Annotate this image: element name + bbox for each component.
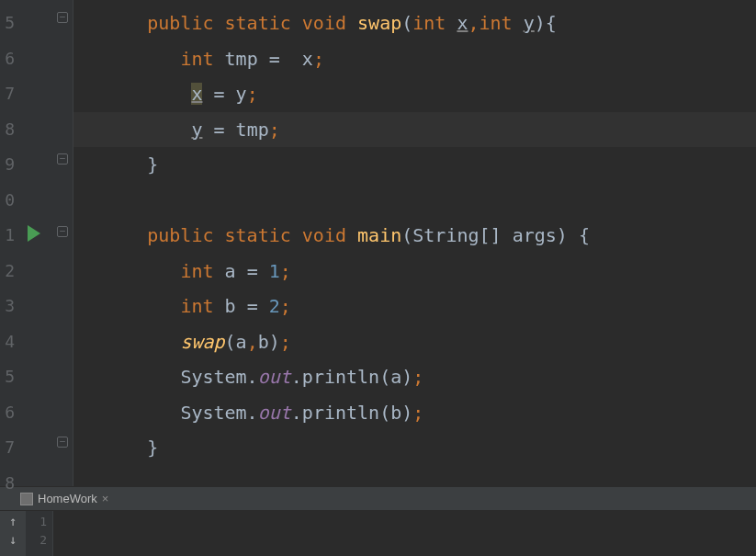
code-line[interactable] bbox=[73, 183, 756, 219]
code-line[interactable]: public static void main(String[] args) { bbox=[73, 218, 756, 254]
run-icon[interactable] bbox=[28, 225, 40, 242]
line-number: 4 bbox=[0, 324, 17, 360]
method-call: swap bbox=[180, 331, 224, 353]
fold-marker-icon[interactable] bbox=[57, 12, 68, 23]
arrow-up-icon[interactable]: ↑ bbox=[9, 515, 17, 528]
keyword: int bbox=[180, 295, 213, 317]
param: args bbox=[513, 224, 557, 246]
line-number: 7 bbox=[0, 76, 17, 112]
code-line[interactable]: int b = 2; bbox=[73, 289, 756, 324]
fold-gutter bbox=[53, 0, 73, 486]
code-line[interactable]: int a = 1; bbox=[73, 254, 756, 289]
brace: } bbox=[147, 437, 158, 459]
code-text: System. bbox=[180, 402, 257, 424]
method-name: swap bbox=[357, 12, 401, 34]
code-area[interactable]: public static void swap(int x,int y){ in… bbox=[73, 0, 756, 486]
keyword: public static void bbox=[147, 12, 346, 34]
keyword: int bbox=[480, 12, 513, 34]
type: String[] bbox=[412, 224, 501, 246]
field: out bbox=[258, 402, 291, 424]
console-area: ↑ ↓ 1 2 bbox=[0, 511, 756, 556]
line-number: 6 bbox=[0, 395, 17, 431]
line-number-gutter: 5 6 7 8 9 0 1 2 3 4 5 6 7 8 bbox=[0, 0, 17, 486]
code-line[interactable]: x = y; bbox=[73, 76, 756, 112]
number: 2 bbox=[269, 295, 280, 317]
code-text: a = bbox=[225, 260, 269, 282]
line-number: 2 bbox=[0, 254, 17, 289]
keyword: int bbox=[412, 12, 446, 34]
field: out bbox=[258, 366, 291, 388]
fold-marker-icon[interactable] bbox=[57, 153, 68, 165]
code-text: tmp = x bbox=[225, 48, 313, 70]
code-text: .println(a) bbox=[291, 366, 412, 388]
method-name: main bbox=[357, 224, 401, 246]
line-number: 0 bbox=[0, 183, 17, 219]
gutter-icons bbox=[17, 0, 53, 486]
console-line-gutter: 1 2 bbox=[26, 511, 53, 556]
var-underline: y bbox=[191, 119, 202, 141]
line-number: 9 bbox=[0, 147, 17, 183]
keyword: public static void bbox=[147, 224, 346, 246]
param: y bbox=[524, 12, 535, 34]
code-line[interactable]: int tmp = x; bbox=[73, 41, 756, 77]
code-line[interactable]: System.out.println(b); bbox=[73, 395, 756, 431]
brace: } bbox=[147, 153, 158, 176]
code-line[interactable]: System.out.println(a); bbox=[73, 359, 756, 395]
code-text: b = bbox=[225, 295, 269, 317]
code-text: System. bbox=[180, 366, 257, 388]
code-text: (a bbox=[225, 331, 247, 353]
keyword: int bbox=[180, 48, 213, 70]
line-number: 6 bbox=[0, 41, 17, 77]
console-body[interactable] bbox=[53, 511, 756, 556]
console-controls: ↑ ↓ bbox=[0, 511, 26, 556]
var-warning: x bbox=[191, 83, 202, 105]
code-line[interactable] bbox=[73, 466, 756, 502]
line-number: 1 bbox=[26, 513, 47, 531]
code-line[interactable]: public static void swap(int x,int y){ bbox=[73, 6, 756, 41]
code-line[interactable]: } bbox=[73, 430, 756, 466]
line-number: 7 bbox=[0, 430, 17, 466]
keyword: int bbox=[180, 260, 213, 282]
line-number: 3 bbox=[0, 289, 17, 324]
number: 1 bbox=[269, 260, 280, 282]
line-number: 8 bbox=[0, 466, 17, 502]
code-text: .println(b) bbox=[291, 402, 412, 424]
file-icon bbox=[20, 493, 33, 505]
arrow-down-icon[interactable]: ↓ bbox=[9, 533, 17, 546]
line-number: 8 bbox=[0, 112, 17, 148]
code-line-current[interactable]: y = tmp; bbox=[73, 112, 756, 148]
fold-marker-icon[interactable] bbox=[57, 437, 68, 448]
param: x bbox=[457, 12, 468, 34]
code-text: = tmp bbox=[202, 119, 268, 141]
code-line[interactable]: swap(a,b); bbox=[73, 324, 756, 360]
line-number: 2 bbox=[26, 531, 47, 550]
line-number: 5 bbox=[0, 359, 17, 395]
editor-area: 5 6 7 8 9 0 1 2 3 4 5 6 7 8 public stati… bbox=[0, 0, 756, 486]
line-number: 1 bbox=[0, 218, 17, 254]
code-text: b) bbox=[258, 331, 280, 353]
code-line[interactable]: } bbox=[73, 147, 756, 183]
code-text: = y bbox=[202, 83, 246, 105]
line-number: 5 bbox=[0, 6, 17, 41]
fold-marker-icon[interactable] bbox=[57, 226, 68, 237]
